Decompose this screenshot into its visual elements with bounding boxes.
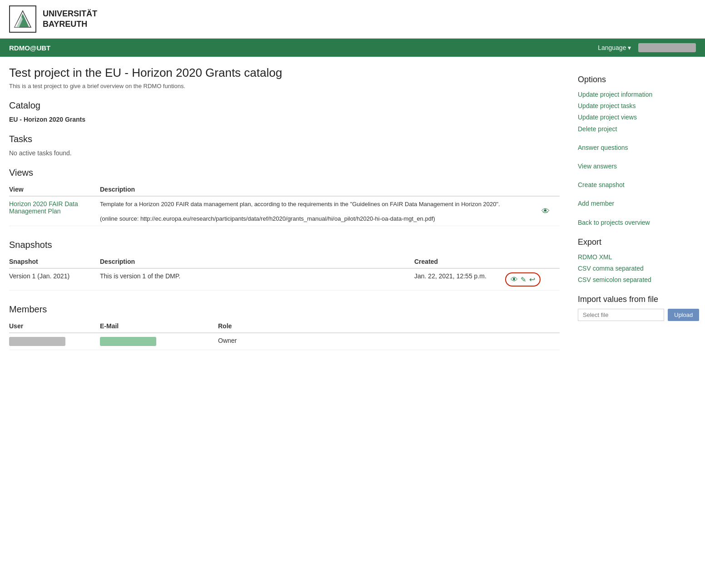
mem-col-email: E-Mail: [100, 320, 218, 333]
snap-col-created: Created: [414, 255, 505, 268]
university-name: UNIVERSITÄT BAYREUTH: [43, 9, 97, 30]
link-back-to-projects[interactable]: Back to projects overview: [578, 217, 696, 228]
page-subtitle: This is a test project to give a brief o…: [9, 83, 560, 89]
upload-button[interactable]: Upload: [668, 309, 699, 321]
language-selector[interactable]: Language: [598, 44, 631, 51]
link-csv-comma[interactable]: CSV comma separated: [578, 263, 696, 274]
section-tasks: Tasks: [9, 134, 560, 145]
sidebar: Options Update project information Updat…: [578, 66, 696, 350]
snap-col-description: Description: [100, 255, 414, 268]
import-section: Import values from file Upload: [578, 295, 696, 321]
link-delete-project[interactable]: Delete project: [578, 124, 696, 135]
options-title: Options: [578, 75, 696, 84]
member-email: [100, 337, 156, 346]
main-container: Test project in the EU - Horizon 2020 Gr…: [0, 57, 705, 359]
mem-col-user: User: [9, 320, 100, 333]
catalog-value: EU - Horizon 2020 Grants: [9, 116, 560, 123]
snap-col-actions: [505, 255, 560, 268]
import-title: Import values from file: [578, 295, 696, 304]
page-title: Test project in the EU - Horizon 2020 Gr…: [9, 66, 560, 80]
user-name: [638, 43, 696, 52]
snap-col-snapshot: Snapshot: [9, 255, 100, 268]
link-create-snapshot[interactable]: Create snapshot: [578, 179, 696, 191]
section-snapshots: Snapshots: [9, 240, 560, 251]
link-update-views[interactable]: Update project views: [578, 112, 696, 123]
link-update-tasks[interactable]: Update project tasks: [578, 100, 696, 112]
link-view-answers[interactable]: View answers: [578, 161, 696, 172]
logo-bar: UNIVERSITÄT BAYREUTH: [0, 0, 705, 39]
snapshot-action-group: 👁 ✎ ↩: [505, 272, 541, 287]
link-add-member[interactable]: Add member: [578, 198, 696, 209]
views-table: View Description Horizon 2020 FAIR Data …: [9, 183, 560, 226]
snapshot-edit-icon[interactable]: ✎: [521, 276, 526, 284]
views-col-view: View: [9, 183, 100, 196]
views-col-actions: [541, 183, 560, 196]
table-row: Version 1 (Jan. 2021) This is version 1 …: [9, 268, 560, 291]
file-input[interactable]: [578, 309, 664, 321]
link-update-project-info[interactable]: Update project information: [578, 89, 696, 100]
snapshots-table: Snapshot Description Created Version 1 (…: [9, 255, 560, 291]
link-csv-semicolon[interactable]: CSV semicolon separated: [578, 274, 696, 286]
mem-col-role: Role: [218, 320, 560, 333]
link-answer-questions[interactable]: Answer questions: [578, 142, 696, 153]
snap-desc: This is version 1 of the DMP.: [100, 268, 414, 291]
snapshot-restore-icon[interactable]: ↩: [529, 275, 535, 284]
link-rdmo-xml[interactable]: RDMO XML: [578, 252, 696, 263]
snapshot-view-icon[interactable]: 👁: [511, 276, 518, 284]
view-description: Template for a Horizon 2020 FAIR data ma…: [100, 201, 500, 222]
content-area: Test project in the EU - Horizon 2020 Gr…: [9, 66, 578, 350]
navbar: RDMO@UBT Language: [0, 39, 705, 57]
section-catalog: Catalog: [9, 100, 560, 111]
university-logo: [9, 5, 36, 33]
view-eye-icon[interactable]: 👁: [541, 207, 550, 216]
member-user: [9, 337, 65, 346]
tasks-no-items: No active tasks found.: [9, 149, 560, 157]
import-row: Upload: [578, 309, 696, 321]
view-link[interactable]: Horizon 2020 FAIR Data Management Plan: [9, 200, 78, 215]
section-views: Views: [9, 168, 560, 178]
views-col-description: Description: [100, 183, 541, 196]
export-title: Export: [578, 237, 696, 247]
navbar-brand: RDMO@UBT: [9, 44, 50, 52]
snap-created: Jan. 22, 2021, 12:55 p.m.: [414, 268, 505, 291]
table-row: Horizon 2020 FAIR Data Management Plan T…: [9, 196, 560, 226]
member-role: Owner: [218, 333, 560, 350]
members-table: User E-Mail Role Owner: [9, 320, 560, 350]
table-row: Owner: [9, 333, 560, 350]
navbar-right: Language: [598, 43, 696, 52]
snap-name: Version 1 (Jan. 2021): [9, 268, 100, 291]
section-members: Members: [9, 304, 560, 315]
